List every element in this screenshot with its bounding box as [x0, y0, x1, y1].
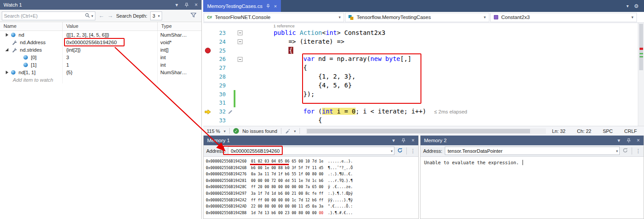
- outlining-margin[interactable]: [236, 116, 244, 125]
- outlining-margin[interactable]: [236, 90, 244, 99]
- watch-value[interactable]: [63, 76, 158, 83]
- memory1-address-input[interactable]: [231, 148, 389, 154]
- horizontal-scrollbar[interactable]: [306, 128, 546, 134]
- search-next-icon[interactable]: →: [107, 13, 113, 19]
- pin-icon[interactable]: [625, 137, 632, 143]
- refresh-icon[interactable]: [622, 147, 628, 154]
- code-cleanup-icon[interactable]: [285, 128, 291, 134]
- watch-value[interactable]: {int[2]}: [63, 46, 158, 53]
- pin-icon[interactable]: [183, 2, 189, 8]
- vertical-scrollbar[interactable]: [638, 23, 644, 126]
- search-options-caret-icon[interactable]: ▾: [91, 14, 93, 18]
- memory1-titlebar[interactable]: Memory 1 ▾ ×: [204, 136, 418, 145]
- watch-value[interactable]: 3: [63, 53, 158, 61]
- collapse-region-icon[interactable]: [238, 57, 242, 62]
- memory1-address-combo[interactable]: ▾: [228, 147, 394, 155]
- outlining-margin[interactable]: [236, 107, 244, 116]
- breakpoint-icon[interactable]: [205, 48, 211, 53]
- watch-row[interactable]: [1]1int: [0, 61, 201, 68]
- status-line[interactable]: Ln: 32: [552, 128, 566, 134]
- breakpoint-margin[interactable]: [203, 55, 213, 64]
- pin-icon[interactable]: [400, 137, 406, 143]
- issues-status[interactable]: No issues found: [242, 128, 277, 134]
- collapse-region-icon[interactable]: [238, 39, 242, 44]
- close-icon[interactable]: ×: [193, 2, 199, 8]
- watch-value[interactable]: 1: [63, 61, 158, 68]
- window-position-icon[interactable]: ▾: [390, 137, 397, 143]
- outlining-margin[interactable]: [236, 81, 244, 90]
- toolbar-overflow-icon[interactable]: ⋮: [410, 148, 416, 154]
- breakpoint-margin[interactable]: [203, 29, 213, 38]
- search-depth-combo[interactable]: 3 ▾: [150, 11, 162, 20]
- class-dropdown[interactable]: Tensorflow.MemoryTestingCases ▾: [345, 13, 489, 22]
- project-dropdown[interactable]: C# TensorFlowNET.Console ▾: [204, 13, 344, 22]
- scrollbar-thumb[interactable]: [639, 24, 643, 70]
- expander-open-icon[interactable]: [4, 47, 10, 53]
- column-header-name[interactable]: Name: [0, 22, 63, 30]
- memory2-address-combo[interactable]: ▾: [445, 147, 620, 155]
- breakpoint-margin[interactable]: [203, 81, 213, 90]
- zoom-level[interactable]: 115 %: [207, 128, 220, 134]
- watch-row[interactable]: [0]3int: [0, 53, 201, 61]
- close-icon[interactable]: ×: [635, 137, 641, 143]
- watch-row[interactable]: nd.strides{int[2]}int[]: [0, 46, 201, 53]
- tab-close-icon[interactable]: ×: [274, 4, 277, 9]
- outlining-margin[interactable]: [236, 38, 244, 46]
- column-header-value[interactable]: Value: [63, 22, 158, 30]
- expander-icon[interactable]: [4, 69, 10, 75]
- outlining-margin[interactable]: [236, 64, 244, 72]
- watch-search-box[interactable]: ▾: [2, 11, 95, 20]
- collapse-region-icon[interactable]: [238, 30, 242, 35]
- code-surface[interactable]: 1 reference 23 public Action<int> Consta…: [203, 23, 638, 126]
- filter-icon[interactable]: [190, 12, 197, 19]
- search-prev-icon[interactable]: ←: [98, 13, 104, 19]
- window-position-icon[interactable]: ▾: [616, 137, 622, 143]
- code-cleanup-caret-icon[interactable]: ▾: [294, 129, 296, 133]
- watch-row[interactable]: nd{[[1, 2, 3], [4, 5, 6]]}NumShar…: [0, 31, 201, 38]
- memory2-message-area[interactable]: Unable to evaluate the expression.: [420, 157, 644, 219]
- codelens-references[interactable]: 1 reference: [203, 23, 638, 29]
- breakpoint-margin[interactable]: [203, 64, 213, 72]
- memory-dump[interactable]: 0x000002556B194260 01 02 03 04 05 06 65 …: [204, 157, 418, 219]
- document-tab[interactable]: MemoryTestingCases.cs ×: [203, 0, 281, 12]
- close-icon[interactable]: ×: [410, 137, 416, 143]
- watch-search-input[interactable]: [4, 13, 83, 19]
- status-spaces[interactable]: SPC: [603, 128, 613, 134]
- breakpoint-margin[interactable]: [203, 107, 213, 116]
- refresh-icon[interactable]: [397, 147, 403, 154]
- breakpoint-margin[interactable]: [203, 72, 213, 81]
- breakpoint-margin[interactable]: [203, 38, 213, 46]
- outlining-margin[interactable]: [236, 29, 244, 38]
- watch-value[interactable]: {5}: [63, 68, 158, 76]
- breakpoint-margin[interactable]: [203, 98, 213, 107]
- watch-value[interactable]: {[[1, 2, 3], [4, 5, 6]]}: [63, 31, 158, 38]
- watch-row[interactable]: nd.Address0x000002556b194260void*: [0, 38, 201, 46]
- watch-value[interactable]: 0x000002556b194260: [63, 38, 158, 46]
- breakpoint-margin[interactable]: [203, 90, 213, 99]
- zoom-caret-icon[interactable]: ▾: [224, 129, 225, 133]
- scrollbar-thumb[interactable]: [307, 129, 530, 133]
- chevron-down-icon[interactable]: ▾: [616, 149, 618, 153]
- toolbar-overflow-icon[interactable]: ⋮: [636, 148, 641, 154]
- watch-titlebar[interactable]: Watch 1 ▾ ×: [0, 0, 201, 10]
- member-dropdown[interactable]: Constant2x3 ▾: [490, 13, 637, 22]
- breakpoint-margin[interactable]: [203, 116, 213, 125]
- outlining-margin[interactable]: [236, 46, 244, 55]
- window-position-icon[interactable]: ▾: [174, 2, 180, 8]
- memory2-titlebar[interactable]: Memory 2 ▾ ×: [420, 136, 644, 145]
- memory2-address-input[interactable]: [447, 148, 614, 154]
- search-icon[interactable]: [85, 13, 90, 19]
- column-header-type[interactable]: Type: [158, 22, 201, 30]
- expander-icon[interactable]: [4, 32, 10, 38]
- breakpoint-margin[interactable]: [203, 46, 213, 55]
- perf-tip[interactable]: ≤ 2ms elapsed: [434, 109, 467, 114]
- status-column[interactable]: Ch: 22: [577, 128, 591, 134]
- outlining-margin[interactable]: [236, 72, 244, 81]
- watch-add-row[interactable]: Add item to watch: [0, 76, 201, 83]
- tab-pin-icon[interactable]: [266, 4, 270, 8]
- outlining-margin[interactable]: [236, 98, 244, 107]
- status-line-ending[interactable]: CRLF: [624, 128, 637, 134]
- gear-icon[interactable]: ⚙: [634, 3, 639, 9]
- watch-row[interactable]: nd[1, 1]{5}NumShar…: [0, 68, 201, 76]
- outlining-margin[interactable]: [236, 55, 244, 64]
